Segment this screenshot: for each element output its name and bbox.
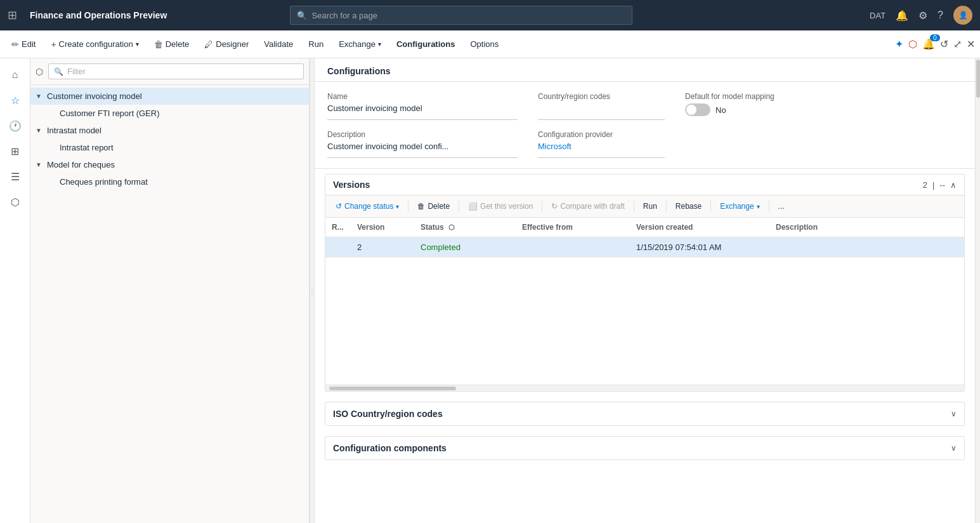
help-icon[interactable]: ? (938, 10, 943, 21)
grid-icon[interactable]: ⊞ (8, 8, 17, 22)
edit-icon: ✏ (11, 39, 19, 50)
v-scroll-thumb[interactable] (976, 60, 980, 98)
versions-title: Versions (333, 180, 370, 190)
name-field: Name Customer invoicing model (327, 92, 518, 120)
search-bar[interactable]: 🔍 (290, 6, 632, 25)
tree-label-cheques-format: Cheques printing format (60, 177, 148, 187)
config-provider-value[interactable]: Microsoft (538, 142, 665, 158)
default-mapping-field: Default for model mapping No (685, 92, 812, 116)
delete-button[interactable]: 🗑 Delete (148, 37, 196, 52)
more-button[interactable]: ... (773, 199, 790, 213)
notification-icon[interactable]: 🔔 (896, 10, 908, 22)
configurations-button[interactable]: Configurations (390, 37, 461, 51)
filter-input[interactable] (67, 67, 298, 76)
cell-version-created: 1/15/2019 07:54:01 AM (630, 237, 769, 258)
validate-button[interactable]: Validate (258, 37, 299, 51)
edit-button[interactable]: ✏ Edit (5, 37, 42, 52)
tree-item-intrastat[interactable]: ▼ Intrastat model (30, 122, 309, 139)
expand-icon-cheques: ▼ (36, 161, 44, 168)
versions-run-button[interactable]: Run (638, 199, 662, 213)
home-icon[interactable]: ⌂ (4, 63, 27, 86)
list-icon[interactable]: ☰ (4, 165, 27, 188)
filter-side-icon[interactable]: ⬡ (4, 190, 27, 213)
expand-icon[interactable]: ⤢ (953, 38, 962, 50)
search-input[interactable] (312, 11, 625, 20)
refresh-icon[interactable]: ↺ (940, 38, 948, 50)
tree-item-intrastat-report[interactable]: Intrastat report (30, 139, 309, 156)
tree-label-customer-fti: Customer FTI report (GER) (60, 109, 159, 118)
versions-exchange-button[interactable]: Exchange ▾ (715, 199, 764, 213)
workspace-icon[interactable]: ⊞ (4, 140, 27, 162)
collapse-icon[interactable]: ∧ (950, 180, 957, 190)
config-components-chevron-icon: ∨ (951, 444, 957, 453)
toggle-switch[interactable] (685, 103, 710, 116)
status-filter-icon[interactable]: ⬡ (448, 223, 455, 231)
dropdown-icon: ▾ (136, 41, 139, 48)
description-value: Customer invoicing model confi... (327, 142, 518, 158)
versions-dash: | (932, 180, 934, 190)
tree-item-model-cheques[interactable]: ▼ Model for cheques (30, 156, 309, 173)
run-button[interactable]: Run (302, 37, 330, 51)
app-title: Finance and Operations Preview (30, 10, 167, 20)
versions-delete-button[interactable]: 🗑 Delete (412, 199, 455, 213)
cell-description (769, 237, 964, 258)
filter-icon[interactable]: ✦ (895, 38, 903, 50)
tree-label-intrastat: Intrastat model (47, 126, 101, 135)
toggle-knob (686, 105, 696, 115)
name-label: Name (327, 92, 518, 101)
options-button[interactable]: Options (464, 37, 505, 51)
vertical-scrollbar[interactable] (975, 58, 980, 523)
get-this-version-button[interactable]: ⬜ Get this version (463, 199, 538, 213)
avatar[interactable]: 👤 (953, 6, 972, 25)
drag-handle[interactable]: ⋮ (310, 58, 315, 523)
rebase-button[interactable]: Rebase (670, 199, 707, 213)
form-row-1: Name Customer invoicing model Country/re… (327, 92, 962, 120)
environment-label: DAT (870, 11, 885, 20)
change-status-button[interactable]: ↺ Change status ▾ (330, 199, 404, 213)
versions-count: 2 | -- ∧ (923, 180, 957, 190)
main-toolbar: ✏ Edit + Create configuration ▾ 🗑 Delete… (0, 30, 980, 58)
star-icon[interactable]: ☆ (4, 89, 27, 112)
tree-content: ▼ Customer invoicing model Customer FTI … (30, 85, 309, 523)
cell-version: 2 (351, 237, 414, 258)
tree-toolbar: ⬡ 🔍 (30, 58, 309, 85)
compare-draft-button[interactable]: ↻ Compare with draft (546, 199, 629, 213)
col-row: R... (325, 218, 351, 237)
versions-number: 2 (923, 180, 927, 190)
tree-item-customer-invoicing[interactable]: ▼ Customer invoicing model (30, 88, 309, 105)
filter-input-wrapper[interactable]: 🔍 (48, 63, 304, 79)
settings-icon[interactable]: ⚙ (918, 10, 927, 22)
versions-table: R... Version Status ⬡ Effective from (325, 218, 964, 258)
col-version: Version (351, 218, 414, 237)
description-field: Description Customer invoicing model con… (327, 130, 518, 158)
search-icon: 🔍 (297, 11, 307, 20)
config-components-header[interactable]: Configuration components ∨ (325, 437, 964, 460)
horizontal-scrollbar[interactable] (325, 385, 964, 391)
col-status: Status ⬡ (414, 218, 516, 237)
exchange-dropdown-icon: ▾ (378, 41, 381, 48)
designer-button[interactable]: 🖊 Designer (198, 37, 255, 52)
iso-chevron-icon: ∨ (951, 409, 957, 418)
exchange-button[interactable]: Exchange ▾ (332, 37, 388, 51)
configurations-section-header: Configurations (315, 58, 975, 82)
tree-filter-icon[interactable]: ⬡ (36, 67, 43, 77)
name-value: Customer invoicing model (327, 103, 518, 120)
ver-sep-6 (710, 201, 711, 212)
change-status-dropdown: ▾ (396, 203, 399, 210)
tree-item-cheques-format[interactable]: Cheques printing format (30, 173, 309, 190)
h-scroll-thumb[interactable] (329, 387, 456, 390)
close-icon[interactable]: ✕ (967, 38, 975, 50)
expand-icon-intrastat: ▼ (36, 127, 44, 134)
recent-icon[interactable]: 🕐 (4, 114, 27, 137)
tree-label-intrastat-report: Intrastat report (60, 143, 114, 152)
table-empty-space (325, 258, 964, 385)
exchange-ver-dropdown: ▾ (757, 203, 760, 210)
iso-section-header[interactable]: ISO Country/region codes ∨ (325, 402, 964, 425)
office-icon[interactable]: ⬡ (908, 38, 917, 50)
ver-sep-4 (634, 201, 634, 212)
config-provider-label: Configuration provider (538, 130, 665, 139)
tree-item-customer-fti[interactable]: Customer FTI report (GER) (30, 105, 309, 122)
table-row[interactable]: 2 Completed 1/15/2019 07:54:01 AM (325, 237, 964, 258)
table-header-row: R... Version Status ⬡ Effective from (325, 218, 964, 237)
create-config-button[interactable]: + Create configuration ▾ (44, 37, 145, 52)
